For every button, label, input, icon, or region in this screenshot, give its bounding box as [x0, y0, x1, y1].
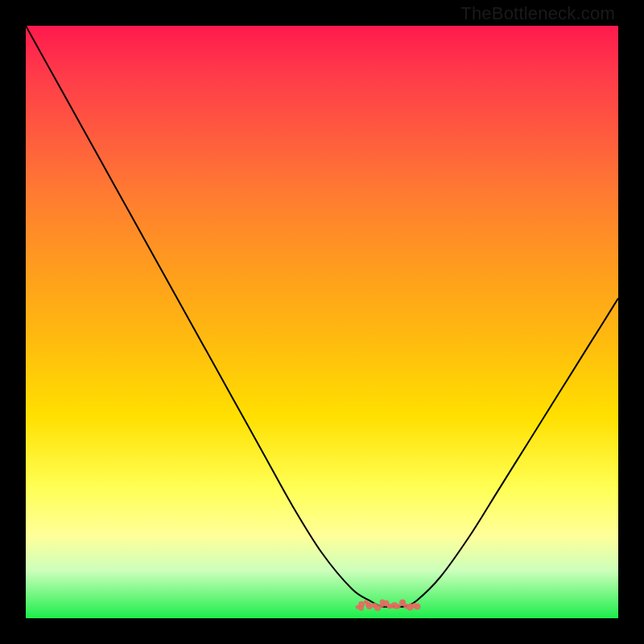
svg-point-18 — [401, 601, 405, 605]
trough-marker — [356, 599, 421, 611]
svg-point-16 — [395, 604, 401, 609]
svg-point-5 — [366, 603, 373, 609]
watermark-label: TheBottleneck.com — [460, 3, 615, 23]
curve-layer — [26, 26, 618, 618]
watermark-text: TheBottleneck.com — [460, 3, 615, 24]
svg-point-23 — [415, 603, 421, 609]
bottleneck-curve — [26, 26, 618, 607]
svg-point-2 — [358, 601, 365, 608]
svg-point-21 — [408, 603, 412, 607]
plot-area — [26, 26, 618, 618]
chart-frame: TheBottleneck.com — [0, 0, 644, 644]
